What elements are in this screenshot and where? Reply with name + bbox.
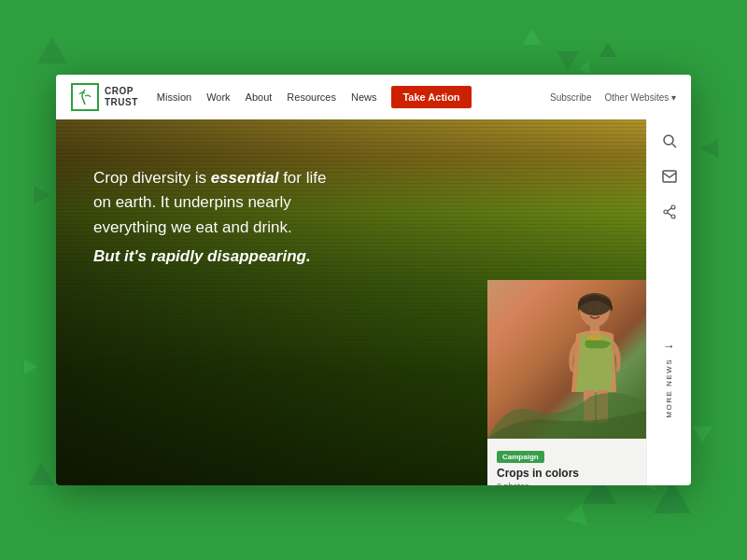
bg-triangle-11 [693,418,717,442]
bg-triangle-4 [28,463,54,485]
bg-triangle-5 [654,481,691,513]
svg-point-13 [671,215,675,218]
take-action-button[interactable]: Take Action [391,86,471,108]
logo-svg [76,88,94,106]
nav-work[interactable]: Work [206,91,230,103]
bg-triangle-7 [34,186,50,204]
more-news-label: More news [665,358,673,418]
logo-text: CROP TRUST [105,86,138,108]
browser-window: CROP TRUST Mission Work About Resources … [56,75,691,485]
svg-point-6 [598,308,601,312]
svg-line-15 [668,213,671,216]
svg-line-9 [672,144,676,147]
svg-point-12 [664,210,668,214]
svg-point-5 [588,308,592,312]
hero-content: Crop diversity is essential for life on … [56,119,374,485]
news-card-image [487,280,646,439]
bg-triangle-13 [578,59,594,74]
bg-triangle-9 [24,359,37,374]
card-subtitle: 8 photos [497,482,637,485]
hero-section: Crop diversity is essential for life on … [56,119,691,485]
svg-line-14 [668,208,671,211]
nav-right: Subscribe Other Websites ▾ [550,92,676,103]
bg-triangle-1 [37,37,67,63]
share-icon[interactable] [659,202,680,222]
search-icon[interactable] [659,131,680,151]
logo-icon [71,83,99,111]
bg-triangle-12 [599,42,616,57]
mail-icon[interactable] [659,166,680,187]
side-panel: Campaign Crops in colors 8 photos [487,119,646,485]
nav-other-websites[interactable]: Other Websites ▾ [604,92,676,103]
card-bg-hills [487,383,646,439]
nav-news[interactable]: News [351,91,377,103]
navbar: CROP TRUST Mission Work About Resources … [56,75,691,119]
nav-subscribe[interactable]: Subscribe [550,92,591,103]
svg-point-8 [664,135,673,145]
news-card-info: Campaign Crops in colors 8 photos [487,439,646,485]
bg-triangle-15 [566,500,593,525]
nav-resources[interactable]: Resources [287,91,336,103]
svg-rect-10 [663,171,676,182]
bg-triangle-3 [523,28,542,45]
logo[interactable]: CROP TRUST [71,83,138,111]
nav-mission[interactable]: Mission [157,91,191,103]
campaign-badge: Campaign [497,451,544,463]
bg-triangle-2 [557,51,579,70]
nav-links: Mission Work About Resources News Take A… [157,86,550,108]
hero-text: Crop diversity is essential for life on … [93,166,345,240]
bg-triangle-8 [701,139,718,158]
card-title: Crops in colors [497,467,637,482]
hero-text-bold: But it's rapidly disappearing. [93,247,345,266]
nav-about[interactable]: About [246,91,273,103]
svg-point-11 [671,205,675,209]
svg-point-7 [587,335,602,341]
news-card[interactable]: Campaign Crops in colors 8 photos [487,280,646,485]
right-sidebar: → More news [646,119,691,485]
